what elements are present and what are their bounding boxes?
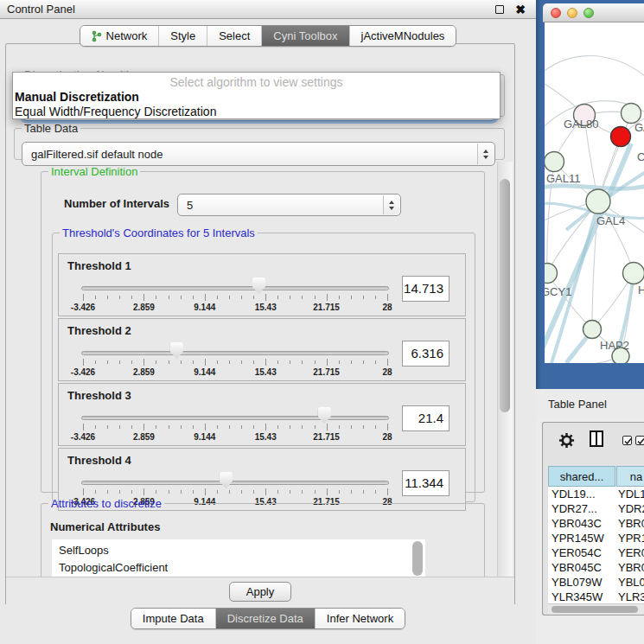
tab-cyni-toolbox[interactable]: Cyni Toolbox xyxy=(261,26,348,46)
tick-mark xyxy=(217,490,218,494)
cell-name: YBR0 xyxy=(618,517,644,530)
network-node[interactable] xyxy=(545,152,564,172)
tick-label: -3.426 xyxy=(61,367,105,377)
table-row[interactable]: YBR045CYBR0 xyxy=(548,560,644,575)
table-row[interactable]: YPR145WYPR1 xyxy=(548,531,644,545)
slider-thumb[interactable] xyxy=(220,472,233,488)
tick-mark xyxy=(277,425,278,429)
dropdown-option-manual-discretization[interactable]: Manual Discretization xyxy=(15,90,139,104)
slider-track[interactable] xyxy=(81,351,389,355)
table-row[interactable]: YDL19...YDL1 xyxy=(548,487,644,501)
scrollbar-thumb[interactable] xyxy=(552,606,638,613)
minimize-traffic-light-icon[interactable] xyxy=(567,8,577,18)
tick-mark xyxy=(83,488,84,495)
network-node[interactable] xyxy=(623,263,644,284)
tick-label: 28 xyxy=(366,303,409,312)
slider-thumb[interactable] xyxy=(252,277,265,294)
bottom-tab-impute-data[interactable]: Impute Data xyxy=(131,609,215,628)
tick-label: 28 xyxy=(366,367,409,377)
tick-mark xyxy=(95,490,96,494)
tick-mark xyxy=(277,296,278,299)
control-panel-title: Control Panel xyxy=(7,3,75,16)
table-row[interactable]: YDR27...YDR2 xyxy=(548,501,644,516)
slider-track[interactable] xyxy=(81,416,389,420)
network-node[interactable] xyxy=(586,189,610,214)
tick-mark xyxy=(156,425,156,429)
spinner-up-icon[interactable] xyxy=(483,150,488,153)
threshold-value-field[interactable]: 11.344 xyxy=(402,470,450,496)
thresholds-coordinates-group: Threshold's Coordinates for 5 Intervals … xyxy=(52,226,475,502)
checkbox-checked-icon[interactable] xyxy=(622,436,632,445)
slider-thumb[interactable] xyxy=(318,407,331,424)
node-label: HAP2 xyxy=(600,339,629,352)
network-canvas[interactable]: GAL80GACGAL11GAL4GCY1HHAP2 xyxy=(545,22,644,363)
tick-mark xyxy=(351,490,352,494)
zoom-traffic-light-icon[interactable] xyxy=(583,8,594,18)
tab-select[interactable]: Select xyxy=(207,26,261,46)
network-node[interactable] xyxy=(611,127,631,147)
tick-mark xyxy=(107,296,108,299)
network-window-titlebar[interactable] xyxy=(543,3,644,22)
checkbox-checked-icon[interactable] xyxy=(635,436,644,445)
close-traffic-light-icon[interactable] xyxy=(551,8,561,18)
number-of-intervals-combobox[interactable]: 5 xyxy=(177,194,401,216)
tick-label: 15.43 xyxy=(244,432,287,442)
float-window-icon[interactable] xyxy=(495,5,504,14)
cell-shared-name: YDL19... xyxy=(548,488,618,501)
tab-label: Infer Network xyxy=(327,612,393,625)
table-row[interactable]: YER054CYER0 xyxy=(548,545,644,560)
spinner-up-icon[interactable] xyxy=(389,201,394,204)
tick-mark xyxy=(363,360,364,364)
tick-mark xyxy=(119,360,120,364)
table-data-selected-value: galFiltered.sif default node xyxy=(31,148,163,161)
bottom-tab-infer-network[interactable]: Infer Network xyxy=(315,609,405,628)
column-header-shared-name[interactable]: shared... xyxy=(548,466,615,487)
slider-track[interactable] xyxy=(81,481,389,485)
table-row[interactable]: YBL079WYBL0 xyxy=(548,575,644,590)
bottom-tab-discretize-data[interactable]: Discretize Data xyxy=(215,609,315,628)
attribute-item[interactable]: TopologicalCoefficient xyxy=(59,559,425,577)
tick-mark xyxy=(277,490,278,494)
scrollbar-thumb[interactable] xyxy=(500,179,510,412)
tick-mark xyxy=(387,424,388,430)
threshold-value-field[interactable]: 21.4 xyxy=(402,405,450,431)
tick-label: 9.144 xyxy=(183,367,226,377)
threshold-value-field[interactable]: 6.316 xyxy=(402,341,450,367)
apply-bar: Apply xyxy=(6,577,514,606)
network-node[interactable] xyxy=(545,264,558,284)
settings-scrollbar[interactable] xyxy=(497,162,513,577)
threshold-value-field[interactable]: 14.713 xyxy=(402,276,450,302)
tab-style[interactable]: Style xyxy=(158,26,207,46)
attribute-item[interactable]: SelfLoops xyxy=(59,542,425,559)
tab-network[interactable]: Network xyxy=(80,26,159,46)
table-horizontal-scrollbar[interactable] xyxy=(548,603,644,615)
gear-icon[interactable] xyxy=(558,432,575,451)
slider-track[interactable] xyxy=(81,286,389,290)
numerical-attributes-list[interactable]: SelfLoopsTopologicalCoefficientBetweenne… xyxy=(52,539,425,577)
apply-button[interactable]: Apply xyxy=(229,582,291,602)
column-header-name[interactable]: na xyxy=(616,466,644,487)
table-row[interactable]: YLR345WYLR3 xyxy=(548,590,644,604)
dropdown-option-equal-width-frequency[interactable]: Equal Width/Frequency Discretization xyxy=(15,105,216,118)
tick-mark xyxy=(107,360,108,364)
network-node[interactable] xyxy=(583,321,602,339)
cell-name: YPR1 xyxy=(618,532,644,545)
table-row[interactable]: YBR043CYBR0 xyxy=(548,516,644,531)
slider-thumb[interactable] xyxy=(170,342,183,359)
spinner-down-icon[interactable] xyxy=(483,156,488,159)
split-columns-icon[interactable] xyxy=(590,430,603,447)
list-scrollbar[interactable] xyxy=(412,541,423,576)
tick-label: 2.859 xyxy=(122,303,165,312)
tick-label: -3.426 xyxy=(61,432,105,442)
tab-jactivemnodules[interactable]: jActiveMNodules xyxy=(349,26,456,46)
app-root: Control Panel ✖ NetworkStyleSelectCyni T… xyxy=(0,0,644,644)
dropdown-placeholder-option[interactable]: Select algorithm to view settings xyxy=(13,75,500,89)
tick-mark xyxy=(143,294,144,301)
threshold-panel-3: Threshold 3-3.4262.8599.14415.4321.71528… xyxy=(58,383,466,446)
node-label: GA xyxy=(634,121,644,134)
combo-stepper[interactable] xyxy=(383,195,399,214)
tick-mark xyxy=(193,490,194,494)
tick-mark xyxy=(327,359,328,366)
spinner-down-icon[interactable] xyxy=(389,207,394,210)
close-icon[interactable]: ✖ xyxy=(515,5,526,14)
